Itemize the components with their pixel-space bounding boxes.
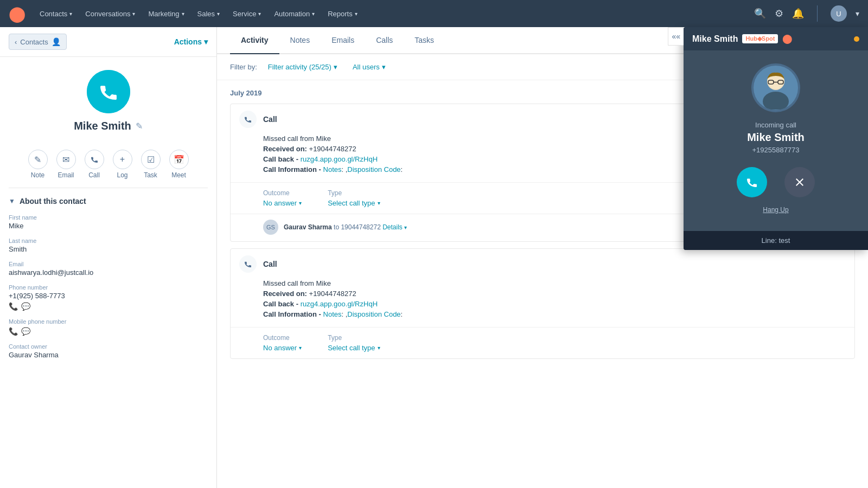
call-activity-icon [239,111,257,128]
actions-button[interactable]: Actions ▾ [174,37,208,46]
marketing-chevron-icon: ▾ [182,11,184,17]
left-panel-header: ‹ Contacts 👤 Actions ▾ [0,27,216,57]
nav-reports[interactable]: Reports ▾ [322,0,363,27]
tab-calls[interactable]: Calls [365,27,404,53]
nav-marketing[interactable]: Marketing ▾ [143,0,189,27]
nav-conversations[interactable]: Conversations ▾ [80,0,141,27]
hubspot-logo[interactable]: ⬤ [9,5,25,23]
activity-filter-button[interactable]: Filter activity (25/25) ▾ [264,61,342,73]
tab-tasks[interactable]: Tasks [404,27,445,53]
reports-chevron-icon: ▾ [355,11,358,17]
contact-avatar [87,70,130,113]
mobile-phone-field: Mobile phone number 📞 💬 [9,318,208,336]
top-navigation: ⬤ Contacts ▾ Conversations ▾ Marketing ▾… [0,0,868,27]
activity-title: Call [263,115,277,124]
tab-emails[interactable]: Emails [321,27,365,53]
outcome-value-button-2[interactable]: No answer ▾ [263,344,302,352]
user-avatar[interactable]: U [831,5,847,22]
mobile-sms-icon[interactable]: 💬 [21,327,30,336]
phone-call-icon[interactable]: 📞 [9,302,18,311]
incoming-call-label: Incoming call [755,121,796,129]
accept-call-button[interactable] [737,167,767,197]
call-action-button[interactable]: Call [85,150,104,179]
user-filter-button[interactable]: All users ▾ [348,61,390,73]
disposition-code-link-2[interactable]: Disposition Code [347,310,400,318]
notifications-icon[interactable]: 🔔 [792,8,804,20]
disposition-code-link[interactable]: Disposition Code [347,165,400,174]
automation-chevron-icon: ▾ [312,11,315,17]
decline-call-button[interactable] [784,167,815,197]
note-icon: ✎ [28,150,48,169]
mobile-call-icon[interactable]: 📞 [9,327,18,336]
note-action-button[interactable]: ✎ Note [28,150,48,179]
activity-card-2-header: Call [231,249,854,279]
hubspot-badge: Hub◆Spot [742,34,778,43]
phone-sms-icon[interactable]: 💬 [21,302,30,311]
call-back-link-2[interactable]: ruzg4.app.goo.gl/RzHqH [301,300,378,308]
widget-caller-name: Mike Smith [747,131,805,144]
contacts-chevron-icon: ▾ [69,11,72,17]
meet-icon: 📅 [169,150,189,169]
contact-owner-field: Contact owner Gaurav Sharma [9,343,208,359]
log-action-button[interactable]: + Log [113,150,132,179]
about-header[interactable]: ▼ About this contact [9,197,208,206]
settings-icon[interactable]: ⚙ [775,8,783,20]
hangup-link[interactable]: Hang Up [763,206,788,214]
email-action-button[interactable]: ✉ Email [56,150,76,179]
type-column: Type Select call type ▾ [328,189,380,207]
filter-by-label: Filter by: [230,63,257,71]
outcome-column-2: Outcome No answer ▾ [263,334,302,352]
task-icon: ☑ [141,150,161,169]
user-menu-chevron-icon[interactable]: ▾ [856,9,859,18]
nav-sales[interactable]: Sales ▾ [192,0,226,27]
nav-automation[interactable]: Automation ▾ [269,0,320,27]
contacts-back-button[interactable]: ‹ Contacts 👤 [9,34,67,50]
rep-info: Gaurav Sharma to 19044748272 Details ▾ [284,223,407,231]
caller-avatar [751,63,800,112]
conversations-chevron-icon: ▾ [132,11,135,17]
contacts-person-icon: 👤 [52,37,61,46]
user-filter-chevron-icon: ▾ [382,63,386,71]
activity-card-2: Call Missed call from Mike Received on: … [230,248,855,359]
activity-title-2: Call [263,260,277,268]
widget-caller-phone: +19255887773 [752,146,799,154]
call-back-link[interactable]: ruzg4.app.goo.gl/RzHqH [301,155,378,163]
task-action-button[interactable]: ☑ Task [141,150,161,179]
left-panel: ‹ Contacts 👤 Actions ▾ [0,27,217,488]
status-indicator-dot [854,36,859,42]
tab-notes[interactable]: Notes [279,27,321,53]
nav-service[interactable]: Service ▾ [227,0,266,27]
notes-link-2[interactable]: Notes [323,310,342,318]
call-type-button-2[interactable]: Select call type ▾ [328,344,380,352]
call-type-button[interactable]: Select call type ▾ [328,199,380,207]
search-icon[interactable]: 🔍 [754,8,766,20]
phone-field: Phone number +1(925) 588-7773 📞 💬 [9,284,208,311]
svg-point-3 [763,92,789,110]
call-icon [85,150,104,169]
activity-received-on-2: Received on: +19044748272 [263,290,846,298]
rep-avatar: GS [263,220,278,235]
collapse-panel-button[interactable]: «« [668,27,684,46]
outcome-chevron-icon: ▾ [299,200,302,206]
activity-description-2: Missed call from Mike [263,279,846,287]
outcome-column: Outcome No answer ▾ [263,189,302,207]
outcome-value-button[interactable]: No answer ▾ [263,199,302,207]
activity-filter-chevron-icon: ▾ [334,63,337,71]
outcome-chevron-icon-2: ▾ [299,345,302,351]
rep-details-link[interactable]: Details [382,223,403,231]
activity-body-2: Missed call from Mike Received on: +1904… [231,279,854,327]
meet-action-button[interactable]: 📅 Meet [169,150,189,179]
type-column-2: Type Select call type ▾ [328,334,380,352]
widget-hubspot-logo-icon: ⬤ [782,34,792,44]
call-activity-icon-2 [239,255,257,273]
actions-chevron-icon: ▾ [204,37,208,46]
rep-details-chevron-icon: ▾ [404,224,407,230]
about-chevron-icon: ▼ [9,197,15,205]
widget-header: Mike Smith Hub◆Spot ⬤ [684,27,868,50]
edit-contact-icon[interactable]: ✎ [136,121,143,131]
action-buttons-row: ✎ Note ✉ Email Call + Log ☑ [0,150,216,188]
about-section: ▼ About this contact First name Mike Las… [0,188,216,375]
nav-contacts[interactable]: Contacts ▾ [34,0,78,27]
tab-activity[interactable]: Activity [230,27,279,53]
notes-link[interactable]: Notes [323,165,342,174]
